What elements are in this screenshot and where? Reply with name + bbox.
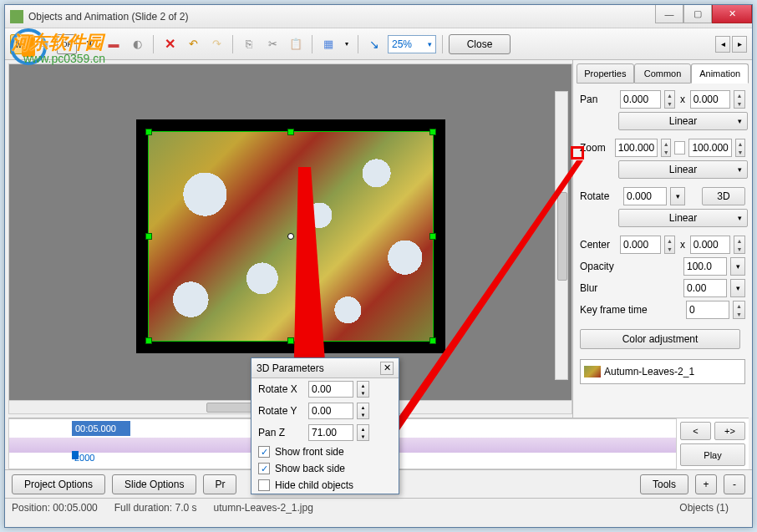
handle-tl[interactable] xyxy=(145,129,152,135)
grid-dropdown[interactable]: ▾ xyxy=(342,34,352,54)
zoom-x-spinner[interactable]: ▲▼ xyxy=(661,139,671,157)
handle-b[interactable] xyxy=(287,337,294,344)
blur-input[interactable]: 0.00 xyxy=(683,279,727,297)
project-options-button[interactable]: Project Options xyxy=(12,474,105,494)
watermark-url: www.pc0359.cn xyxy=(23,52,105,65)
opacity-dd[interactable]: ▾ xyxy=(730,257,745,276)
popup-close-icon[interactable]: ✕ xyxy=(380,362,394,375)
rotate-easing[interactable]: Linear xyxy=(618,209,748,227)
annotation-box-zoom xyxy=(571,146,584,160)
keyframe-marker[interactable]: 00:05.000 xyxy=(72,421,130,436)
rotatey-label: Rotate Y xyxy=(258,405,305,417)
nav-prev[interactable]: ◂ xyxy=(715,36,730,53)
undo-button[interactable]: ↶ xyxy=(183,34,203,54)
object-list[interactable]: Autumn-Leaves-2_1 xyxy=(580,359,745,384)
center-label: Center xyxy=(580,239,617,251)
pan-easing[interactable]: Linear xyxy=(618,112,748,130)
slide-options-button[interactable]: Slide Options xyxy=(112,474,196,494)
tab-animation[interactable]: Animation xyxy=(691,63,749,84)
zoom-y-spinner[interactable]: ▲▼ xyxy=(735,139,745,157)
tab-common[interactable]: Common xyxy=(634,63,692,84)
cut-button[interactable]: ✂ xyxy=(262,34,282,54)
show-back-checkbox[interactable]: ✓ xyxy=(258,463,270,474)
show-front-label: Show front side xyxy=(275,446,344,458)
x-label: x xyxy=(678,94,686,105)
zoom-link[interactable] xyxy=(674,141,685,155)
zoom-x-input[interactable]: 100.000 xyxy=(615,139,658,157)
rotate-dd[interactable]: ▾ xyxy=(670,187,685,205)
canvas-vscroll[interactable] xyxy=(555,91,568,380)
close-button[interactable]: Close xyxy=(449,34,511,54)
show-front-checkbox[interactable]: ✓ xyxy=(258,446,270,458)
rotatex-label: Rotate X xyxy=(258,383,305,395)
opacity-input[interactable]: 100.0 xyxy=(683,257,727,276)
blur-dd[interactable]: ▾ xyxy=(730,279,745,297)
object-name: Autumn-Leaves-2_1 xyxy=(604,366,694,377)
status-position: Position: 00:05.000 xyxy=(12,502,114,514)
nav-next[interactable]: ▸ xyxy=(732,36,747,53)
close-window-button[interactable]: ✕ xyxy=(712,5,752,23)
status-bar: Position: 00:05.000 Full duration: 7.0 s… xyxy=(5,498,752,516)
rotatey-spinner[interactable]: ▲▼ xyxy=(357,403,369,419)
redo-button[interactable]: ↷ xyxy=(206,34,226,54)
panz-spinner[interactable]: ▲▼ xyxy=(357,424,369,441)
handle-t[interactable] xyxy=(287,129,294,135)
panz-input[interactable]: 71.00 xyxy=(308,424,353,441)
handle-center[interactable] xyxy=(287,233,294,240)
3d-button[interactable]: 3D xyxy=(702,187,745,205)
tab-properties[interactable]: Properties xyxy=(577,63,634,84)
zoom-select[interactable]: 25%▾ xyxy=(388,35,436,53)
popup-title: 3D Parameters xyxy=(257,362,324,374)
hide-child-checkbox[interactable] xyxy=(258,479,270,491)
handle-r[interactable] xyxy=(429,233,436,240)
zoom-y-input[interactable]: 100.000 xyxy=(688,139,731,157)
pan-y-spinner[interactable]: ▲▼ xyxy=(734,90,745,109)
remove-button[interactable]: - xyxy=(724,474,745,494)
kftime-spinner[interactable]: ▲▼ xyxy=(733,301,745,319)
zoom-value: 25% xyxy=(392,38,412,50)
rotatex-spinner[interactable]: ▲▼ xyxy=(357,381,369,398)
canvas[interactable] xyxy=(9,64,572,400)
pan-y-input[interactable]: 0.000 xyxy=(690,90,730,109)
minimize-button[interactable]: — xyxy=(655,5,683,23)
center-x-input[interactable]: 0.000 xyxy=(620,236,660,254)
rotatex-input[interactable]: 0.00 xyxy=(308,381,353,398)
paste-button[interactable]: 📋 xyxy=(286,34,306,54)
grid-button[interactable]: ▦ xyxy=(318,34,338,54)
pr-button[interactable]: Pr xyxy=(203,474,236,494)
arrow-tool[interactable]: ↘ xyxy=(364,34,384,54)
handle-l[interactable] xyxy=(145,233,152,240)
prev-kf-button[interactable]: < xyxy=(680,422,711,440)
maximize-button[interactable]: ▢ xyxy=(683,5,712,23)
rotatey-input[interactable]: 0.00 xyxy=(308,403,353,419)
selection-box[interactable] xyxy=(148,131,434,342)
duration-label: 2000 xyxy=(74,453,94,463)
handle-tr[interactable] xyxy=(429,129,436,135)
zoom-easing[interactable]: Linear xyxy=(618,160,748,179)
opacity-label: Opacity xyxy=(580,261,620,272)
delete-button[interactable]: ✕ xyxy=(160,34,180,54)
handle-bl[interactable] xyxy=(145,337,152,344)
show-back-label: Show back side xyxy=(275,463,345,474)
handle-br[interactable] xyxy=(429,337,436,344)
rotate-input[interactable]: 0.000 xyxy=(623,187,667,205)
tool-rect[interactable]: ▬ xyxy=(104,34,124,54)
play-button[interactable]: Play xyxy=(680,443,745,466)
next-kf-button[interactable]: +> xyxy=(714,422,745,440)
copy-button[interactable]: ⎘ xyxy=(239,34,259,54)
tool-mask[interactable]: ◐ xyxy=(127,34,147,54)
tools-button[interactable]: Tools xyxy=(640,474,688,494)
pan-x-spinner[interactable]: ▲▼ xyxy=(664,90,676,109)
zoom-label: Zoom xyxy=(580,142,612,154)
3d-parameters-dialog: 3D Parameters ✕ Rotate X 0.00 ▲▼ Rotate … xyxy=(251,357,399,494)
center-x-spinner[interactable]: ▲▼ xyxy=(664,236,676,254)
pan-x-input[interactable]: 0.000 xyxy=(620,90,660,109)
titlebar: Objects and Animation (Slide 2 of 2) — ▢… xyxy=(5,5,752,28)
kftime-input[interactable]: 0 xyxy=(686,301,729,319)
center-y-input[interactable]: 0.000 xyxy=(690,236,730,254)
object-thumb xyxy=(584,366,601,377)
app-icon xyxy=(10,10,23,23)
center-y-spinner[interactable]: ▲▼ xyxy=(734,236,745,254)
add-button[interactable]: + xyxy=(695,474,717,494)
color-adjustment-button[interactable]: Color adjustment xyxy=(580,329,740,349)
